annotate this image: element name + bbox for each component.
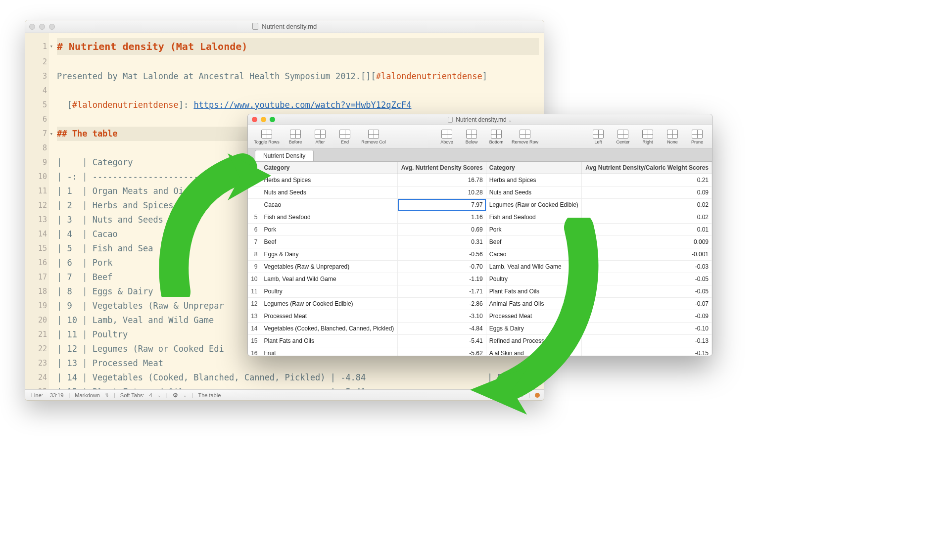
table-cell[interactable]: -0.07	[582, 298, 712, 310]
gear-icon[interactable]: ⚙	[173, 392, 178, 399]
line-number-gutter[interactable]: 1▾234567▾8910111213141516171819202122232…	[25, 33, 49, 389]
line-number[interactable]: 14	[25, 227, 49, 241]
table-row[interactable]: 7Beef0.31Beef0.009	[248, 236, 712, 248]
table-titlebar[interactable]: Nutrient density.md ⌄	[248, 114, 712, 125]
column-header[interactable]	[248, 162, 261, 174]
status-dot[interactable]	[535, 393, 540, 398]
table-cell[interactable]: -0.03	[582, 261, 712, 273]
status-updown-icon[interactable]: ⇅	[520, 393, 523, 398]
table-cell[interactable]: Fish and Seafood	[486, 211, 582, 224]
table-cell[interactable]: -2.86	[398, 298, 486, 310]
line-number[interactable]: 18	[25, 284, 49, 299]
table-row[interactable]: 5Fish and Seafood1.16Fish and Seafood0.0…	[248, 211, 712, 224]
window-close-button[interactable]	[252, 117, 257, 122]
table-cell[interactable]: 7.97	[398, 199, 486, 211]
table-cell[interactable]: Legumes (Raw or Cooked Edible)	[261, 298, 398, 310]
column-header[interactable]: Category	[486, 162, 582, 174]
table-cell[interactable]: Beef	[261, 236, 398, 248]
table-cell[interactable]: Processed Meat	[261, 310, 398, 323]
table-row[interactable]: 16Fruit-5.62A al Skin and-0.15	[248, 347, 712, 356]
table-cell[interactable]: 2	[248, 174, 261, 187]
line-number[interactable]: 20	[25, 313, 49, 327]
table-cell[interactable]: A al Skin and	[486, 347, 582, 356]
column-header[interactable]: Avg Nutrient Density/Caloric Weight Scor…	[582, 162, 712, 174]
right-button[interactable]: Right	[636, 126, 660, 148]
table-cell[interactable]: Vegetables (Raw & Unprepared)	[261, 261, 398, 273]
table-cell[interactable]	[248, 199, 261, 211]
table-row[interactable]: 12Legumes (Raw or Cooked Edible)-2.86Ani…	[248, 298, 712, 310]
prune-button[interactable]: Prune	[685, 126, 709, 148]
status-section[interactable]: The table	[198, 392, 221, 398]
table-cell[interactable]: Nuts and Seeds	[261, 187, 398, 199]
fold-marker-icon[interactable]: ▾	[49, 38, 53, 55]
table-cell[interactable]: -0.001	[582, 248, 712, 261]
below-button[interactable]: Below	[460, 126, 483, 148]
table-cell[interactable]: 0.21	[582, 174, 712, 187]
table-cell[interactable]: 15	[248, 335, 261, 347]
line-number[interactable]: 9	[25, 155, 49, 170]
table-cell[interactable]: -0.15	[582, 347, 712, 356]
table-cell[interactable]: Plant Fats and Oils	[486, 285, 582, 298]
center-button[interactable]: Center	[611, 126, 635, 148]
table-cell[interactable]: -4.84	[398, 323, 486, 335]
code-line[interactable]: # Nutrient density (Mat Lalonde)	[57, 38, 539, 55]
table-cell[interactable]: 7	[248, 236, 261, 248]
table-cell[interactable]: Eggs & Dairy	[486, 323, 582, 335]
code-line[interactable]: | 14 | Vegetables (Cooked, Blanched, Can…	[57, 371, 539, 385]
after-button[interactable]: After	[308, 126, 332, 148]
line-number[interactable]: 8	[25, 141, 49, 155]
table-row[interactable]: 11Poultry-1.71Plant Fats and Oils-0.05	[248, 285, 712, 298]
window-zoom-button[interactable]	[270, 117, 275, 122]
fold-marker-icon[interactable]: ▾	[49, 127, 53, 141]
table-cell[interactable]: 9	[248, 261, 261, 273]
table-cell[interactable]: Plant Fats and Oils	[261, 335, 398, 347]
left-button[interactable]: Left	[586, 126, 610, 148]
table-cell[interactable]: 10.28	[398, 187, 486, 199]
table-cell[interactable]: -1.71	[398, 285, 486, 298]
table-cell[interactable]: 0.009	[582, 236, 712, 248]
table-cell[interactable]: Vegetables (Cooked, Blanched, Canned, Pi…	[261, 323, 398, 335]
line-number[interactable]: 7▾	[25, 127, 49, 141]
line-number[interactable]: 17	[25, 270, 49, 284]
before-button[interactable]: Before	[284, 126, 307, 148]
chevron-down-icon[interactable]: ⌄	[157, 393, 161, 398]
table-cell[interactable]: -0.56	[398, 248, 486, 261]
table-row[interactable]: Nuts and Seeds10.28Nuts and Seeds0.09	[248, 187, 712, 199]
table-cell[interactable]: Fruit	[261, 347, 398, 356]
table-cell[interactable]: Cacao	[486, 248, 582, 261]
table-cell[interactable]: -1.19	[398, 273, 486, 285]
table-cell[interactable]: Pork	[261, 224, 398, 236]
table-cell[interactable]: Eggs & Dairy	[261, 248, 398, 261]
table-row[interactable]: 14Vegetables (Cooked, Blanched, Canned, …	[248, 323, 712, 335]
line-number[interactable]: 15	[25, 241, 49, 256]
chevron-down-icon[interactable]: ⌄	[183, 393, 187, 398]
remove-col-button[interactable]: Remove Col	[358, 126, 389, 148]
table-cell[interactable]: Herbs and Spices	[261, 174, 398, 187]
line-number[interactable]: 2	[25, 55, 49, 69]
table-cell[interactable]: 0.02	[582, 199, 712, 211]
code-line[interactable]: | 15 | Plant Fats and Oils | -5.41 | Ref…	[57, 385, 539, 389]
table-cell[interactable]: Fish and Seafood	[261, 211, 398, 224]
table-cell[interactable]: Lamb, Veal and Wild Game	[261, 273, 398, 285]
column-header[interactable]: Category	[261, 162, 398, 174]
table-row[interactable]: 13Processed Meat-3.10Processed Meat-0.09	[248, 310, 712, 323]
end-button[interactable]: End	[333, 126, 357, 148]
table-cell[interactable]: 0.31	[398, 236, 486, 248]
table-cell[interactable]: 1.16	[398, 211, 486, 224]
table-cell[interactable]: 11	[248, 285, 261, 298]
window-minimize-button[interactable]	[39, 24, 45, 30]
table-cell[interactable]: -0.70	[398, 261, 486, 273]
table-cell[interactable]: 6	[248, 224, 261, 236]
table-cell[interactable]: 12	[248, 298, 261, 310]
table-cell[interactable]: 0.69	[398, 224, 486, 236]
toggle-rows-button[interactable]: Toggle Rows	[251, 126, 283, 148]
remove-row-button[interactable]: Remove Row	[509, 126, 541, 148]
status-line-pos[interactable]: 33:19	[50, 392, 64, 398]
code-line[interactable]: Presented by Mat Lalonde at Ancestral He…	[57, 69, 539, 84]
table-cell[interactable]: 8	[248, 248, 261, 261]
table-cell[interactable]: -0.13	[582, 335, 712, 347]
status-softtabs-value[interactable]: 4	[149, 392, 152, 398]
line-number[interactable]: 16	[25, 256, 49, 270]
line-number[interactable]: 3	[25, 69, 49, 84]
line-number[interactable]: 25	[25, 385, 49, 389]
